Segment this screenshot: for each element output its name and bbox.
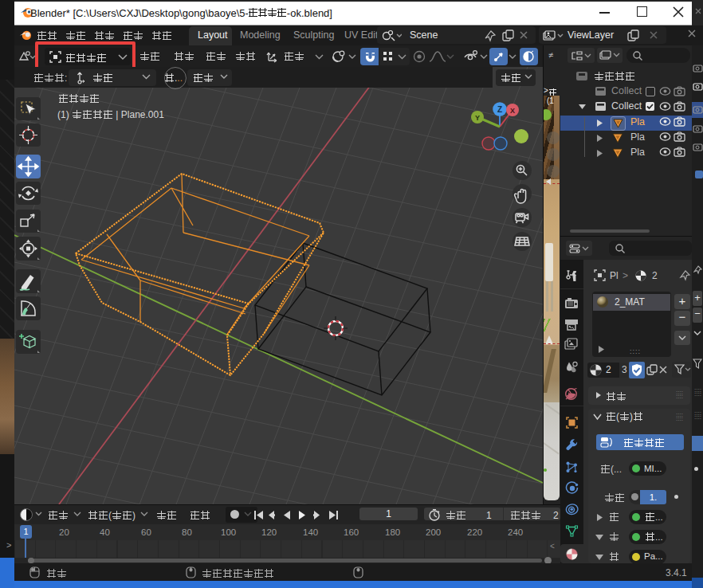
- svg-text:X: X: [510, 107, 515, 115]
- svg-text:Y: Y: [475, 114, 480, 122]
- svg-text:Z: Z: [497, 105, 502, 114]
